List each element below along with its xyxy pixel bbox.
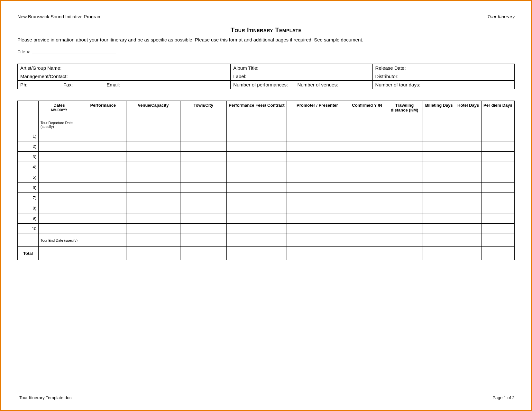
table-cell[interactable] — [287, 141, 348, 152]
table-cell[interactable] — [180, 141, 226, 152]
distributor-cell[interactable]: Distributor: — [372, 72, 514, 81]
end-note[interactable]: Tour End Date (specify) — [39, 234, 80, 247]
table-cell[interactable] — [423, 193, 455, 203]
table-cell[interactable] — [386, 234, 423, 247]
table-cell[interactable] — [126, 213, 180, 224]
table-cell[interactable] — [180, 162, 226, 172]
table-cell[interactable] — [287, 118, 348, 131]
table-cell[interactable] — [287, 247, 348, 260]
table-cell[interactable] — [481, 131, 514, 141]
performances-venues-cell[interactable]: Number of performances: Number of venues… — [231, 81, 372, 89]
table-cell[interactable] — [455, 203, 481, 213]
departure-note[interactable]: Tour Departure Date (specify) — [39, 118, 80, 131]
table-cell[interactable] — [481, 234, 514, 247]
table-cell[interactable] — [39, 152, 80, 162]
table-cell[interactable] — [80, 162, 126, 172]
table-cell[interactable] — [348, 118, 386, 131]
release-cell[interactable]: Release Date: — [372, 64, 514, 72]
table-cell[interactable] — [287, 183, 348, 193]
table-cell[interactable] — [348, 172, 386, 183]
table-cell[interactable] — [126, 118, 180, 131]
table-cell[interactable] — [226, 213, 287, 224]
table-cell[interactable] — [386, 152, 423, 162]
table-cell[interactable] — [126, 234, 180, 247]
table-cell[interactable] — [386, 172, 423, 183]
table-cell[interactable] — [287, 213, 348, 224]
table-cell[interactable] — [423, 203, 455, 213]
table-cell[interactable] — [481, 162, 514, 172]
table-cell[interactable] — [287, 224, 348, 234]
table-cell[interactable] — [455, 183, 481, 193]
table-cell[interactable] — [80, 172, 126, 183]
table-cell[interactable] — [287, 131, 348, 141]
table-cell[interactable] — [481, 224, 514, 234]
table-cell[interactable] — [455, 247, 481, 260]
table-cell[interactable] — [386, 247, 423, 260]
artist-cell[interactable]: Artist/Group Name: — [18, 64, 231, 72]
table-cell[interactable] — [180, 183, 226, 193]
table-cell[interactable] — [455, 118, 481, 131]
table-cell[interactable] — [226, 152, 287, 162]
table-cell[interactable] — [348, 224, 386, 234]
table-cell[interactable] — [126, 224, 180, 234]
file-number-input-line[interactable] — [32, 49, 116, 53]
table-cell[interactable] — [126, 172, 180, 183]
table-cell[interactable] — [423, 152, 455, 162]
table-cell[interactable] — [39, 193, 80, 203]
table-cell[interactable] — [180, 213, 226, 224]
table-cell[interactable] — [180, 118, 226, 131]
contact-cell[interactable]: Ph: Fax: Email: — [18, 81, 231, 89]
table-cell[interactable] — [423, 224, 455, 234]
table-cell[interactable] — [287, 234, 348, 247]
table-cell[interactable] — [287, 203, 348, 213]
album-cell[interactable]: Album Title: — [231, 64, 372, 72]
table-cell[interactable] — [481, 183, 514, 193]
table-cell[interactable] — [126, 203, 180, 213]
table-cell[interactable] — [226, 203, 287, 213]
table-cell[interactable] — [126, 141, 180, 152]
table-cell[interactable] — [481, 118, 514, 131]
table-cell[interactable] — [386, 193, 423, 203]
table-cell[interactable] — [80, 193, 126, 203]
table-cell[interactable] — [39, 203, 80, 213]
table-cell[interactable] — [481, 193, 514, 203]
table-cell[interactable] — [39, 162, 80, 172]
table-cell[interactable] — [80, 224, 126, 234]
table-cell[interactable] — [423, 234, 455, 247]
table-cell[interactable] — [348, 183, 386, 193]
mgmt-cell[interactable]: Management/Contact: — [18, 72, 231, 81]
table-cell[interactable] — [348, 131, 386, 141]
num-days-cell[interactable]: Number of tour days: — [372, 81, 514, 89]
table-cell[interactable] — [39, 183, 80, 193]
table-cell[interactable] — [386, 213, 423, 224]
table-cell[interactable] — [423, 183, 455, 193]
table-cell[interactable] — [80, 247, 126, 260]
table-cell[interactable] — [455, 172, 481, 183]
table-cell[interactable] — [348, 247, 386, 260]
table-cell[interactable] — [126, 193, 180, 203]
table-cell[interactable] — [180, 193, 226, 203]
table-cell[interactable] — [348, 203, 386, 213]
table-cell[interactable] — [39, 224, 80, 234]
table-cell[interactable] — [39, 213, 80, 224]
table-cell[interactable] — [423, 247, 455, 260]
table-cell[interactable] — [348, 152, 386, 162]
table-cell[interactable] — [80, 152, 126, 162]
table-cell[interactable] — [423, 162, 455, 172]
table-cell[interactable] — [386, 118, 423, 131]
table-cell[interactable] — [287, 172, 348, 183]
table-cell[interactable] — [39, 247, 80, 260]
table-cell[interactable] — [423, 118, 455, 131]
table-cell[interactable] — [481, 152, 514, 162]
table-cell[interactable] — [455, 162, 481, 172]
table-cell[interactable] — [226, 172, 287, 183]
table-cell[interactable] — [180, 224, 226, 234]
table-cell[interactable] — [226, 193, 287, 203]
table-cell[interactable] — [39, 131, 80, 141]
table-cell[interactable] — [481, 203, 514, 213]
table-cell[interactable] — [287, 193, 348, 203]
table-cell[interactable] — [39, 141, 80, 152]
table-cell[interactable] — [386, 203, 423, 213]
table-cell[interactable] — [348, 193, 386, 203]
table-cell[interactable] — [423, 213, 455, 224]
